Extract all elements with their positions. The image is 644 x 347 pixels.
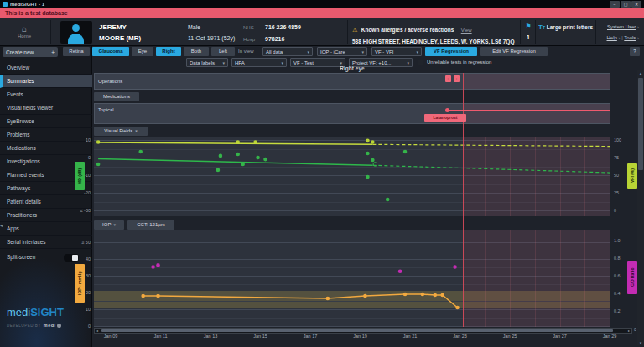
cct-button[interactable]: CCT: 121µm bbox=[127, 220, 174, 230]
x-axis-tick-label: Jan 21 bbox=[397, 334, 423, 339]
cd-axis-title: C/D Ratio bbox=[627, 261, 637, 294]
projection-region bbox=[463, 137, 610, 216]
scroll-left-icon[interactable]: ◂ bbox=[96, 329, 98, 333]
operations-label: Operations bbox=[98, 79, 122, 84]
warning-icon: ⚠ bbox=[352, 27, 357, 33]
chevron-down-icon: ▾ bbox=[361, 49, 364, 54]
hosp-number: 978216 bbox=[265, 36, 284, 42]
allergy-view-link[interactable]: View bbox=[461, 28, 472, 33]
maximize-button[interactable]: ▢ bbox=[621, 1, 631, 8]
vf-panel-dropdown[interactable]: Visual Fields▾ bbox=[94, 127, 148, 136]
visual-fields-chart bbox=[94, 137, 610, 216]
help-link[interactable]: Help bbox=[607, 35, 617, 40]
eye-left-button[interactable]: Left bbox=[211, 47, 235, 56]
sidebar-item-eyebrowse[interactable]: EyeBrowse bbox=[0, 115, 92, 128]
sidebar-item-visual-fields-viewer[interactable]: Visual fields viewer bbox=[0, 101, 92, 115]
sidebar-collapse-arrow[interactable]: ◂ bbox=[0, 222, 3, 228]
patient-name: JEREMY MOORE (MR) bbox=[99, 22, 141, 44]
iop-source-dropdown[interactable]: IOP - iCare▾ bbox=[317, 47, 367, 56]
medication-chip[interactable]: Latanoprost bbox=[424, 114, 466, 122]
tools-link[interactable]: Tools bbox=[624, 35, 636, 40]
patient-sex: Male bbox=[188, 22, 235, 33]
chevron-down-icon: ▾ bbox=[416, 49, 418, 54]
divider bbox=[347, 20, 348, 44]
patient-header: ⌂ Home JEREMY MOORE (MR) Male 11-Oct-197… bbox=[0, 18, 644, 46]
large-print-label: Large print letters bbox=[547, 24, 593, 30]
projection-gridline bbox=[485, 230, 486, 327]
operation-marker-icon[interactable]: ↓ bbox=[454, 75, 460, 82]
in-view-label: In view bbox=[238, 49, 254, 54]
x-axis-tick-label: Jan 19 bbox=[347, 334, 374, 339]
system-user-link[interactable]: System User › bbox=[587, 22, 639, 33]
operation-marker-icon[interactable]: ↓ bbox=[445, 75, 451, 82]
help-button[interactable]: ? bbox=[630, 47, 640, 56]
close-button[interactable]: ✕ bbox=[631, 1, 641, 8]
create-new-button[interactable]: Create new + bbox=[3, 47, 58, 57]
home-button[interactable]: ⌂ Home bbox=[2, 19, 47, 44]
x-axis-tick-label: Jan 17 bbox=[297, 334, 324, 339]
vf-regression-button[interactable]: VF Regression bbox=[425, 47, 477, 56]
vertical-scrollbar[interactable]: ▴ ▾ bbox=[637, 70, 644, 345]
medication-start-dot[interactable] bbox=[445, 108, 449, 112]
iop-panel-dropdown[interactable]: IOP▾ bbox=[94, 220, 124, 230]
projection-gridline bbox=[510, 230, 511, 327]
unreliable-tests-checkbox[interactable] bbox=[418, 60, 423, 65]
scroll-right-icon[interactable]: ▸ bbox=[628, 329, 630, 333]
scrollbar-thumb[interactable] bbox=[101, 329, 613, 332]
vfi-axis-title: VFI (%) bbox=[627, 163, 637, 189]
axis-tick-label: 0 bbox=[70, 324, 91, 329]
eye-right-button[interactable]: Right bbox=[156, 47, 181, 56]
eye-both-button[interactable]: Both bbox=[184, 47, 209, 56]
divider bbox=[520, 20, 521, 44]
projection-region bbox=[463, 230, 610, 327]
topical-track: Topical bbox=[94, 103, 610, 124]
tab-glaucoma[interactable]: Glaucoma bbox=[92, 47, 129, 56]
allergy-text: Known allergies / adverse reactions bbox=[361, 27, 454, 33]
minimize-button[interactable]: – bbox=[610, 1, 620, 8]
x-axis-tick-label: Jan 11 bbox=[148, 334, 174, 339]
chevron-down-icon: ▾ bbox=[113, 220, 116, 230]
patient-avatar[interactable] bbox=[60, 21, 92, 44]
scroll-down-icon[interactable]: ▾ bbox=[637, 340, 644, 345]
iop-chart bbox=[94, 230, 610, 327]
in-view-dropdown[interactable]: All data▾ bbox=[262, 47, 313, 56]
sidebar-item-apps[interactable]: Apps bbox=[0, 222, 92, 236]
projection-gridline bbox=[535, 230, 536, 327]
x-axis-tick-label: Jan 27 bbox=[547, 334, 574, 339]
vf-source-dropdown[interactable]: VF - VFI▾ bbox=[371, 47, 422, 56]
x-axis-tick-label: Jan 23 bbox=[447, 334, 474, 339]
chevron-down-icon: ▾ bbox=[281, 60, 283, 65]
axis-tick-label: 0.2 bbox=[614, 308, 632, 313]
sidebar-item-patient-details[interactable]: Patient details bbox=[0, 195, 92, 209]
projection-gridline bbox=[610, 230, 610, 327]
tab-retina[interactable]: Retina bbox=[63, 47, 90, 56]
app-window: mediSIGHT - 1 – ▢ ✕ This is a test datab… bbox=[0, 0, 644, 347]
hosp-label: Hosp bbox=[243, 34, 260, 45]
unreliable-tests-label: Unreliable tests in regression bbox=[427, 60, 491, 65]
medications-button[interactable]: Medications bbox=[94, 92, 139, 101]
allergy-block: ⚠ Known allergies / adverse reactions Vi… bbox=[352, 22, 514, 47]
projection-gridline bbox=[560, 137, 561, 216]
scroll-up-icon[interactable]: ▴ bbox=[637, 70, 644, 75]
chevron-down-icon: ▾ bbox=[307, 49, 309, 54]
system-links: System User › Help › | Tools › bbox=[587, 22, 639, 44]
flag-icon: ⚑ bbox=[523, 21, 533, 32]
sidebar-item-medications[interactable]: Medications bbox=[0, 142, 92, 155]
sidebar-item-summaries[interactable]: Summaries bbox=[0, 75, 92, 88]
plus-icon: + bbox=[51, 49, 55, 55]
axis-tick-label: ≤ -30 bbox=[70, 208, 91, 213]
projection-gridline bbox=[560, 230, 561, 327]
flag-block[interactable]: ⚑ 1 bbox=[523, 21, 533, 43]
sidebar-item-events[interactable]: Events bbox=[0, 88, 92, 101]
sidebar-item-overview[interactable]: Overview bbox=[0, 61, 92, 75]
flag-count: 1 bbox=[523, 32, 533, 43]
edit-vf-regression-button[interactable]: Edit VF Regression bbox=[480, 47, 548, 56]
avatar-head bbox=[72, 24, 80, 32]
axis-tick-label: 25 bbox=[614, 190, 632, 195]
axis-tick-label: 0 bbox=[70, 155, 91, 160]
vertical-scrollbar-thumb[interactable] bbox=[638, 78, 643, 170]
x-axis-tick-label: Jan 13 bbox=[197, 334, 224, 339]
timeline-scrollbar[interactable]: ◂ ▸ bbox=[94, 328, 632, 334]
patient-demographics: Male 11-Oct-1971 (52y) bbox=[188, 22, 235, 44]
x-axis-tick-label: Jan 09 bbox=[97, 334, 124, 339]
